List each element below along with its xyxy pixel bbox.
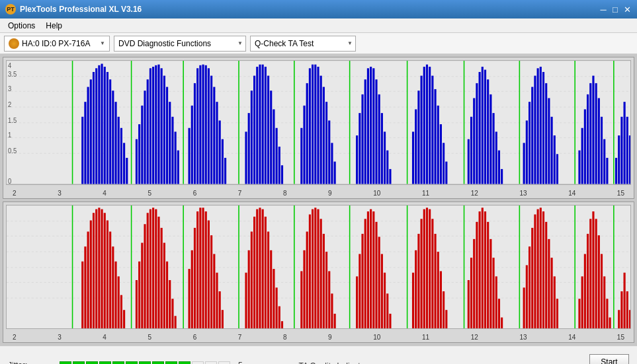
svg-rect-200 [147,213,149,328]
test-selector[interactable]: Q-Check TA Test [250,36,356,52]
svg-rect-241 [309,214,311,328]
svg-rect-115 [443,143,445,184]
svg-rect-85 [320,76,322,184]
svg-rect-78 [300,128,302,184]
svg-rect-100 [381,113,383,184]
svg-rect-194 [120,295,122,328]
svg-rect-285 [489,238,491,328]
svg-rect-84 [317,67,319,184]
maximize-button[interactable]: □ [611,5,620,14]
svg-rect-219 [210,235,212,328]
close-button[interactable]: ✕ [622,5,632,14]
svg-rect-193 [118,276,120,328]
svg-text:1.5: 1.5 [8,116,17,124]
bottom-chart-svg [7,205,630,329]
svg-rect-277 [468,280,470,328]
svg-rect-141 [554,135,556,184]
svg-rect-276 [445,310,447,328]
svg-rect-231 [265,216,267,328]
svg-rect-19 [87,87,89,184]
svg-rect-129 [501,169,503,184]
svg-rect-145 [584,109,586,184]
svg-rect-286 [492,258,494,328]
svg-rect-40 [152,67,154,184]
svg-rect-254 [364,219,366,328]
svg-rect-58 [210,76,212,184]
svg-rect-21 [93,72,95,184]
minimize-button[interactable]: ─ [599,5,608,14]
svg-rect-184 [93,213,95,328]
jitter-seg-1 [60,361,71,365]
svg-rect-208 [169,280,171,328]
svg-rect-306 [587,233,589,328]
svg-rect-244 [317,209,319,328]
svg-rect-290 [523,287,525,328]
svg-rect-76 [278,147,280,184]
svg-rect-90 [334,162,336,184]
svg-rect-142 [556,154,558,184]
svg-rect-182 [87,231,89,328]
svg-rect-135 [537,68,539,184]
svg-rect-214 [196,211,198,328]
svg-rect-66 [251,91,253,184]
jitter-seg-13 [218,361,230,365]
svg-rect-188 [104,213,106,328]
app-icon: PT [5,4,16,15]
svg-rect-150 [598,98,600,184]
svg-rect-18 [84,102,86,184]
svg-rect-311 [601,254,603,328]
svg-rect-130 [523,143,525,184]
svg-rect-180 [81,261,83,328]
toolbar: HA:0 ID:0 PX-716A ▼ DVD Diagnostic Funct… [0,33,637,54]
svg-rect-234 [273,269,275,328]
svg-rect-61 [219,120,221,184]
svg-rect-240 [306,231,308,328]
svg-rect-92 [359,113,361,184]
functions-select[interactable]: DVD Diagnostic Functions [114,36,225,51]
svg-rect-297 [542,211,544,328]
jitter-value: 5 [238,361,243,365]
svg-rect-93 [361,94,363,184]
svg-rect-191 [112,246,114,328]
drive-dropdown-arrow: ▼ [100,40,105,46]
svg-rect-186 [98,207,100,328]
svg-rect-71 [265,67,267,184]
svg-rect-53 [196,68,198,184]
svg-rect-127 [495,131,497,184]
svg-rect-118 [470,117,472,184]
svg-rect-185 [95,209,97,328]
svg-rect-319 [629,310,630,328]
functions-selector[interactable]: DVD Diagnostic Functions [114,36,246,52]
svg-rect-227 [253,216,255,328]
svg-rect-312 [603,276,605,328]
svg-rect-52 [194,83,196,184]
svg-rect-263 [389,313,391,328]
start-button[interactable]: Start [589,354,629,365]
svg-rect-110 [429,67,431,184]
test-select[interactable]: Q-Check TA Test [251,36,328,51]
quality-section: TA Quality Indicator: Very Good [299,361,577,365]
menu-help[interactable]: Help [40,20,67,32]
svg-rect-190 [109,231,111,328]
window-controls: ─ □ ✕ [599,5,632,14]
svg-rect-293 [531,227,533,328]
svg-rect-246 [323,233,325,328]
svg-rect-63 [224,158,226,184]
svg-rect-65 [248,113,250,184]
svg-rect-17 [81,117,83,184]
svg-rect-134 [534,76,536,184]
svg-rect-152 [603,139,605,184]
svg-rect-207 [166,261,168,328]
drive-selector[interactable]: HA:0 ID:0 PX-716A ▼ [4,36,110,52]
svg-rect-209 [171,299,173,328]
bottom-chart [6,205,631,330]
menu-options[interactable]: Options [3,20,40,32]
svg-rect-310 [598,235,600,328]
svg-rect-270 [429,209,431,328]
svg-rect-242 [312,209,314,328]
svg-rect-314 [609,317,611,328]
svg-rect-55 [202,65,204,184]
jitter-seg-3 [86,361,98,365]
svg-rect-271 [431,219,433,328]
svg-rect-39 [149,68,151,184]
